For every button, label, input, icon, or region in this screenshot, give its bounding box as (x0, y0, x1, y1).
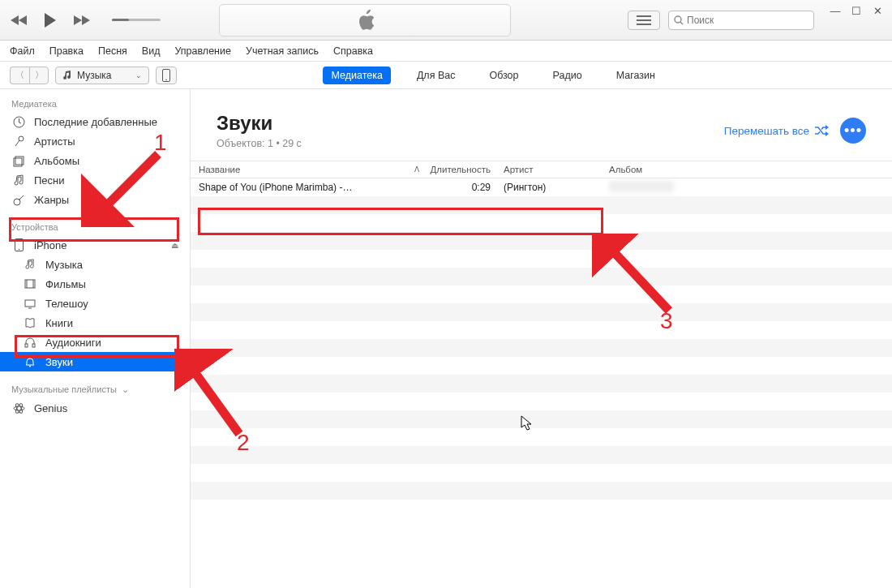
tab-store[interactable]: Магазин (608, 67, 663, 84)
search-icon (674, 15, 684, 25)
shuffle-icon (814, 125, 829, 136)
sidebar-item-sounds[interactable]: Звуки (0, 352, 190, 371)
film-icon (23, 278, 37, 290)
media-picker-label: Музыка (77, 70, 111, 81)
menu-bar: Файл Правка Песня Вид Управление Учетная… (0, 41, 892, 62)
sidebar-item-label: Альбомы (34, 155, 79, 167)
search-placeholder: Поиск (687, 15, 714, 26)
maximize-button[interactable]: ☐ (850, 5, 863, 18)
search-input[interactable]: Поиск (668, 11, 814, 30)
column-artist[interactable]: Артист (499, 165, 604, 174)
sidebar-item-movies[interactable]: Фильмы (0, 274, 190, 294)
chevron-down-icon: ⌄ (135, 71, 142, 79)
column-album[interactable]: Альбом (604, 165, 710, 174)
svg-point-3 (675, 16, 681, 23)
menu-song[interactable]: Песня (98, 45, 127, 57)
tab-library[interactable]: Медиатека (323, 67, 390, 84)
sidebar-item-audiobooks[interactable]: Аудиокниги (0, 333, 190, 352)
sidebar-library-header: Медиатека (0, 94, 190, 112)
sidebar: Медиатека Последние добавленные Артисты … (0, 89, 191, 588)
atom-icon (11, 402, 26, 414)
mouse-cursor-icon (521, 415, 534, 431)
eject-icon[interactable]: ⏏ (171, 241, 178, 250)
note-icon (23, 259, 37, 270)
sidebar-item-books[interactable]: Книги (0, 313, 190, 333)
svg-line-13 (19, 195, 24, 200)
music-note-icon (62, 71, 72, 80)
svg-rect-0 (637, 15, 651, 17)
sidebar-item-iphone[interactable]: iPhone ⏏ (0, 235, 190, 255)
note-icon (11, 174, 26, 187)
headphones-icon (23, 337, 37, 348)
svg-rect-22 (32, 344, 35, 347)
now-playing-display (219, 4, 511, 36)
media-type-picker[interactable]: Музыка ⌄ (55, 67, 149, 84)
sidebar-item-label: Звуки (45, 356, 73, 368)
menu-view[interactable]: Вид (142, 45, 161, 57)
menu-controls[interactable]: Управление (174, 45, 231, 57)
svg-point-24 (14, 406, 24, 410)
page-title: Звуки (217, 112, 302, 135)
sidebar-item-tvshows[interactable]: Телешоу (0, 294, 190, 313)
chevron-down-icon: ⌄ (122, 384, 129, 394)
play-button[interactable] (39, 9, 62, 32)
column-duration[interactable]: Длительность (426, 165, 499, 174)
guitar-icon (11, 194, 26, 206)
menu-help[interactable]: Справка (333, 45, 373, 57)
sidebar-item-label: Песни (34, 174, 65, 187)
minimize-button[interactable]: — (829, 5, 842, 18)
phone-icon (162, 69, 170, 82)
sidebar-item-label: Genius (34, 402, 67, 414)
svg-point-15 (18, 249, 19, 251)
menu-file[interactable]: Файл (10, 45, 35, 57)
cell-name: Shape of You (iPhone Marimba) -… (191, 182, 426, 193)
column-name[interactable]: Название ᐱ (191, 165, 426, 174)
sidebar-item-artists[interactable]: Артисты (0, 131, 190, 151)
list-view-button[interactable] (628, 11, 660, 30)
page-subtitle: Объектов: 1 • 29 с (217, 138, 302, 149)
sidebar-item-genres[interactable]: Жанры (0, 190, 190, 209)
sidebar-playlists-header[interactable]: Музыкальные плейлисты ⌄ (0, 380, 190, 398)
cell-album (604, 181, 710, 195)
shuffle-label: Перемешать все (724, 125, 809, 137)
menu-account[interactable]: Учетная запись (246, 45, 319, 57)
apple-logo-icon (356, 10, 374, 31)
sidebar-item-label: Фильмы (45, 278, 86, 290)
close-button[interactable]: ✕ (871, 5, 884, 18)
svg-line-9 (15, 140, 19, 146)
sidebar-item-songs[interactable]: Песни (0, 170, 190, 190)
tv-icon (23, 298, 37, 309)
device-button[interactable] (156, 67, 177, 84)
sidebar-item-genius[interactable]: Genius (0, 398, 190, 418)
sidebar-item-label: iPhone (34, 239, 66, 251)
sidebar-item-recent[interactable]: Последние добавленные (0, 112, 190, 131)
sidebar-item-label: Жанры (34, 194, 69, 206)
sidebar-item-label: Телешоу (45, 298, 88, 310)
svg-rect-2 (637, 24, 651, 25)
tab-foryou[interactable]: Для Вас (409, 67, 464, 84)
volume-slider[interactable] (112, 19, 161, 21)
table-row[interactable]: Shape of You (iPhone Marimba) -… 0:29 (Р… (191, 178, 892, 196)
svg-point-6 (166, 79, 168, 80)
sidebar-item-albums[interactable]: Альбомы (0, 151, 190, 170)
svg-line-4 (680, 22, 683, 24)
nav-forward-button[interactable]: 〉 (29, 67, 49, 84)
sidebar-item-music[interactable]: Музыка (0, 255, 190, 274)
shuffle-all-button[interactable]: Перемешать все (724, 125, 829, 137)
nav-back-button[interactable]: 〈 (10, 67, 29, 84)
tab-radio[interactable]: Радио (545, 67, 590, 84)
clock-icon (11, 116, 26, 128)
cell-duration: 0:29 (426, 182, 499, 193)
next-track-button[interactable] (70, 9, 92, 32)
tab-browse[interactable]: Обзор (481, 67, 526, 84)
menu-edit[interactable]: Правка (49, 45, 84, 57)
more-options-button[interactable]: ••• (840, 118, 866, 144)
svg-point-23 (29, 366, 31, 367)
sidebar-item-label: Последние добавленные (34, 116, 157, 128)
bell-icon (23, 356, 37, 367)
svg-rect-19 (25, 300, 35, 307)
cell-artist: (Рингтон) (499, 182, 604, 193)
sidebar-item-label: Музыка (45, 259, 83, 271)
prev-track-button[interactable] (8, 9, 31, 32)
content-pane: Звуки Объектов: 1 • 29 с Перемешать все … (191, 89, 892, 588)
